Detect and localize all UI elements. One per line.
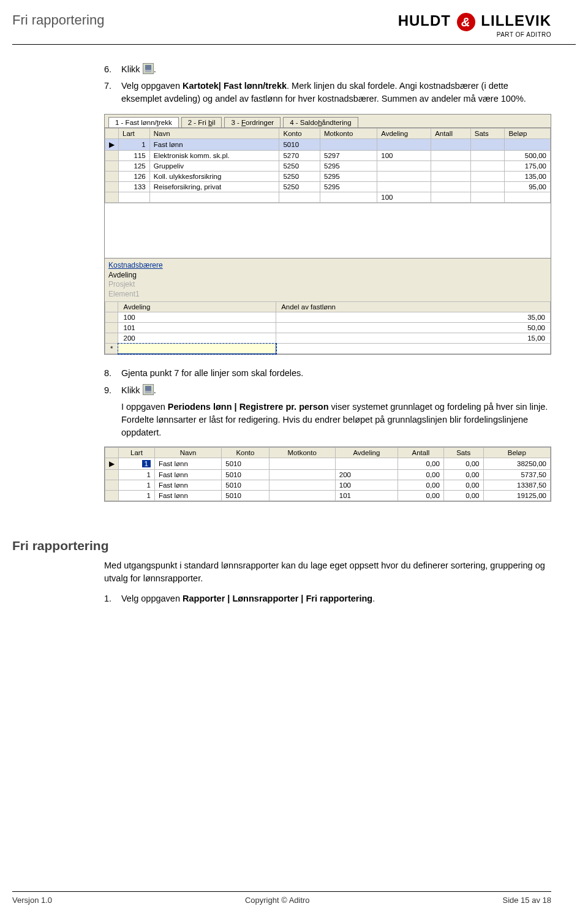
table-row[interactable]: 115Elektronisk komm. sk.pl.5270529710050…: [105, 150, 551, 160]
brand-amp-icon: &: [457, 13, 475, 31]
app-screenshot-1: 1 - Fast lønn/trekk2 - Fri bil3 - Fordri…: [104, 114, 551, 355]
tabs-row: 1 - Fast lønn/trekk2 - Fri bil3 - Fordri…: [105, 115, 551, 128]
kb-item[interactable]: Avdeling: [108, 271, 547, 281]
kostnadsbaerere-section: Kostnadsbærere AvdelingProsjektElement1: [105, 258, 551, 302]
col-header: Beløp: [505, 128, 551, 138]
andel-row[interactable]: 20015,00: [105, 333, 551, 344]
col-header: Antall: [431, 128, 471, 138]
table-row[interactable]: 1Fast lønn50101000,000,0013387,50: [105, 480, 551, 490]
table-row[interactable]: 1Fast lønn50101010,000,0019125,00: [105, 490, 551, 500]
col-header: Konto: [279, 128, 320, 138]
section2-para: Med utgangspunkt i standard lønnsrapport…: [104, 559, 551, 585]
table-row[interactable]: 100: [105, 192, 551, 202]
page-header: Fri rapportering HULDT & LILLEVIK PART O…: [0, 0, 588, 44]
col-header: Sats: [443, 447, 483, 458]
section-heading: Fri rapportering: [12, 538, 588, 553]
fast-lonn-table: LartNavnKontoMotkontoAvdelingAntallSatsB…: [105, 128, 551, 203]
col-header: Avdeling: [335, 447, 398, 458]
tab[interactable]: 4 - Saldohåndtering: [283, 117, 358, 127]
kostnadsbaerere-title: Kostnadsbærere: [108, 261, 547, 270]
footer-rule: [12, 891, 551, 892]
brand-left: HULDT: [398, 12, 451, 29]
brand-right: LILLEVIK: [481, 12, 551, 29]
table-row[interactable]: 125Gruppeliv52505295175,00: [105, 160, 551, 171]
blank-area: [105, 203, 551, 258]
andel-row[interactable]: 10150,00: [105, 323, 551, 333]
table-row[interactable]: ▶1Fast lønn50100,000,0038250,00: [105, 458, 551, 469]
kb-item[interactable]: Prosjekt: [108, 280, 547, 290]
andel-row[interactable]: 10035,00: [105, 312, 551, 323]
table-row[interactable]: 126Koll. ulykkesforsikring52505295135,00: [105, 171, 551, 181]
brand-sub: PART OF ADITRO: [398, 31, 551, 38]
col-header: Motkonto: [269, 447, 335, 458]
col-header: Beløp: [483, 447, 550, 458]
footer-left: Versjon 1.0: [12, 896, 52, 905]
col-header: Navn: [149, 128, 279, 138]
footer-right: Side 15 av 18: [502, 896, 551, 905]
tab[interactable]: 1 - Fast lønn/trekk: [108, 117, 179, 127]
col-header: Lart: [119, 447, 155, 458]
col-header: Motkonto: [320, 128, 377, 138]
step-8: 8. Gjenta punkt 7 for alle linjer som sk…: [104, 367, 551, 380]
col-header: Avdeling: [118, 302, 276, 312]
kb-item[interactable]: Element1: [108, 290, 547, 300]
save-icon: [143, 384, 154, 395]
brand-block: HULDT & LILLEVIK PART OF ADITRO: [398, 12, 551, 38]
andel-table: AvdelingAndel av fastlønn 10035,0010150,…: [105, 301, 551, 354]
table-row[interactable]: 133Reiseforsikring, privat5250529595,00: [105, 181, 551, 192]
col-header: Avdeling: [377, 128, 431, 138]
step-7: 7. Velg oppgaven Kartotek| Fast lønn/tre…: [104, 80, 551, 105]
tab[interactable]: 3 - Fordringer: [224, 117, 281, 127]
col-header: Navn: [154, 447, 221, 458]
paragraph-after-9: I oppgaven Periodens lønn | Registrere p…: [121, 401, 551, 439]
step-9: 9. Klikk .: [104, 384, 551, 397]
table-row[interactable]: ▶1Fast lønn5010: [105, 138, 551, 150]
andel-row[interactable]: *: [105, 344, 551, 354]
header-rule: [12, 44, 576, 45]
col-header: Lart: [119, 128, 150, 138]
step-6: 6. Klikk .: [104, 63, 551, 76]
save-icon: [143, 63, 154, 74]
app-screenshot-2: LartNavnKontoMotkontoAvdelingAntallSatsB…: [104, 447, 551, 502]
footer-center: Copyright © Aditro: [245, 896, 310, 905]
col-header: Antall: [398, 447, 443, 458]
page-footer: Versjon 1.0 Copyright © Aditro Side 15 a…: [12, 891, 551, 905]
col-header: Konto: [222, 447, 269, 458]
table-row[interactable]: 1Fast lønn50102000,000,005737,50: [105, 469, 551, 480]
tab[interactable]: 2 - Fri bil: [181, 117, 222, 127]
section2-step-1: 1. Velg oppgaven Rapporter | Lønnsrappor…: [104, 592, 551, 605]
page-title: Fri rapportering: [12, 12, 104, 28]
col-header: Andel av fastlønn: [276, 302, 551, 312]
col-header: Sats: [470, 128, 505, 138]
